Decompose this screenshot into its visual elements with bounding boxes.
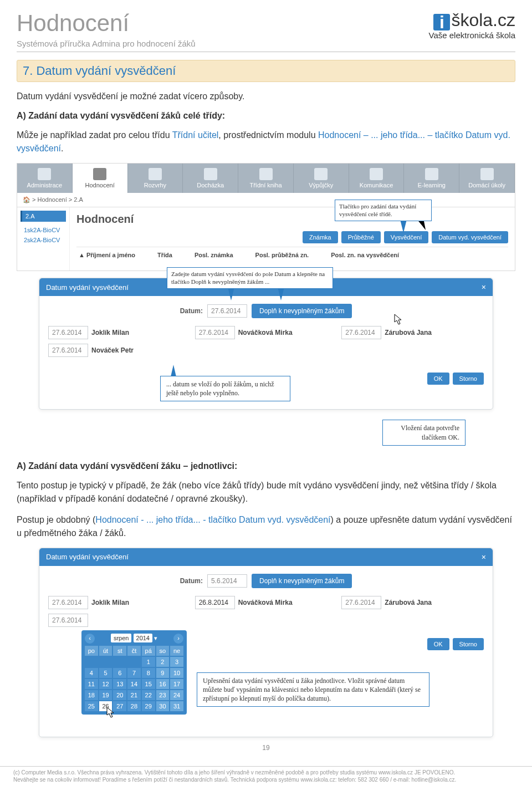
table-row: 27.6.2014Nováček Petr [48, 344, 191, 357]
cal-day [127, 657, 141, 667]
cal-day[interactable]: 29 [142, 701, 155, 711]
cal-day[interactable]: 22 [142, 690, 155, 700]
btn-storno[interactable]: Storno [453, 638, 484, 650]
input-student-date[interactable]: 27.6.2014 [341, 596, 381, 609]
input-student-date[interactable]: 26.8.2014 [195, 596, 235, 609]
btn-ok[interactable]: OK [427, 638, 449, 650]
input-student-date[interactable]: 27.6.2014 [341, 326, 381, 339]
cal-prev-icon[interactable]: ‹ [85, 634, 95, 644]
sidebar-item-group1[interactable]: 1sk2A-BioCV [21, 225, 66, 235]
loans-icon [314, 168, 328, 180]
col-last-report: Posl. zn. na vysvědčení [331, 252, 399, 258]
cal-day[interactable]: 12 [99, 679, 112, 689]
btn-storno[interactable]: Storno [453, 373, 484, 385]
cal-day[interactable]: 17 [170, 679, 183, 689]
cal-day[interactable]: 20 [113, 690, 126, 700]
cal-day[interactable]: 11 [85, 679, 98, 689]
sidebar: 2.A 1sk2A-BioCV 2sk2A-BioCV [17, 207, 70, 271]
tab-domaci-ukoly[interactable]: Domácí úkoly [459, 164, 515, 193]
cal-day[interactable]: 7 [127, 668, 141, 678]
tab-tridni-kniha[interactable]: Třídní kniha [238, 164, 294, 193]
callout-button-hint: Tlačítko pro zadání data vydání vysvědče… [335, 200, 432, 221]
tab-rozvrhy[interactable]: Rozvrhy [128, 164, 183, 193]
close-icon[interactable]: × [482, 553, 486, 562]
modal-date-issue-single: Datum vydání vysvědčení × Datum: 5.6.201… [39, 548, 493, 737]
col-name[interactable]: ▲ Příjmení a jméno [79, 252, 135, 258]
input-datum[interactable]: 5.6.2014 [207, 574, 247, 588]
cal-day[interactable]: 2 [156, 657, 170, 667]
sidebar-item-class[interactable]: 2.A [21, 211, 66, 222]
para-a1: Může je například zadat pro celou třídu … [17, 129, 515, 155]
cal-day[interactable]: 31 [170, 701, 183, 711]
input-student-date[interactable]: 27.6.2014 [48, 596, 88, 609]
tab-komunikace[interactable]: Komunikace [349, 164, 405, 193]
cal-day[interactable]: 23 [156, 690, 170, 700]
tab-dochazka[interactable]: Docházka [183, 164, 238, 193]
attendance-icon [204, 168, 217, 180]
cal-day[interactable]: 30 [156, 701, 170, 711]
cal-day[interactable]: 9 [156, 668, 170, 678]
arrow-icon [278, 287, 284, 300]
screenshot-app: Administrace Hodnocení Rozvrhy Docházka … [17, 163, 515, 271]
cal-day[interactable]: 19 [99, 690, 112, 700]
input-student-date[interactable]: 27.6.2014 [48, 614, 88, 627]
cal-day[interactable]: 25 [85, 701, 98, 711]
cal-day[interactable]: 16 [156, 679, 170, 689]
cal-day[interactable]: 3 [170, 657, 183, 667]
btn-datum-vyd[interactable]: Datum vyd. vysvědčení [432, 231, 508, 243]
cal-day[interactable]: 13 [113, 679, 126, 689]
calendar[interactable]: ‹ srpen 2014 ▾ › poútstčtpásone123456789… [81, 630, 187, 715]
label-datum: Datum: [180, 307, 203, 315]
btn-fill-empty[interactable]: Doplň k nevyplněným žákům [252, 304, 352, 318]
cal-day[interactable]: 1 [142, 657, 155, 667]
page-number: 19 [0, 741, 532, 755]
cal-next-icon[interactable]: › [173, 634, 183, 644]
para-a2: Tento postup je typický v případě, že žá… [17, 479, 515, 506]
breadcrumb[interactable]: 🏠 > Hodnocení > 2.A [17, 193, 515, 207]
cal-day[interactable]: 5 [99, 668, 112, 678]
cal-day[interactable]: 18 [85, 690, 98, 700]
table-header: ▲ Příjmení a jméno Třída Posl. známka Po… [76, 247, 508, 263]
cal-day[interactable]: 4 [85, 668, 98, 678]
doc-subtitle: Systémová příručka Admina pro hodnocení … [17, 39, 196, 48]
classbook-icon [259, 168, 273, 180]
cursor-icon [106, 707, 116, 719]
cal-month[interactable]: srpen [111, 634, 132, 642]
sidebar-item-group2[interactable]: 2sk2A-BioCV [21, 235, 66, 245]
cal-day[interactable]: 10 [170, 668, 183, 678]
table-row: 26.8.2014Nováčková Mirka [195, 596, 337, 609]
student-name: Nováčková Mirka [238, 599, 293, 606]
input-student-date[interactable]: 27.6.2014 [195, 326, 235, 339]
input-datum[interactable]: 27.6.2014 [207, 304, 247, 318]
input-student-date[interactable]: 27.6.2014 [48, 344, 88, 357]
comm-icon [370, 168, 383, 180]
tab-hodnoceni[interactable]: Hodnocení [73, 164, 128, 193]
close-icon[interactable]: × [482, 283, 486, 292]
student-name: Zárubová Jana [385, 329, 432, 336]
tab-administrace[interactable]: Administrace [17, 164, 73, 193]
tab-vypujcky[interactable]: Výpůjčky [294, 164, 349, 193]
btn-prubezne[interactable]: Průběžné [341, 231, 381, 243]
col-last-grade: Posl. známka [195, 252, 233, 258]
btn-fill-empty[interactable]: Doplň k nevyplněným žákům [252, 574, 352, 588]
input-student-date[interactable]: 27.6.2014 [48, 326, 88, 339]
cal-day[interactable]: 8 [142, 668, 155, 678]
cal-day[interactable]: 6 [113, 668, 126, 678]
col-last-cont: Posl. průběžná zn. [255, 252, 309, 258]
student-name: Nováčková Mirka [238, 329, 293, 336]
tab-elearning[interactable]: E-learning [404, 164, 459, 193]
btn-znamka[interactable]: Známka [303, 231, 338, 243]
cal-day[interactable]: 14 [127, 679, 141, 689]
subheading-a2: A) Zadání data vydání vysvědčení žáku – … [17, 461, 515, 471]
subheading-a1: A) Zadání data vydání vysvědčení žáků ce… [17, 111, 515, 121]
btn-ok[interactable]: OK [427, 373, 449, 385]
cal-day[interactable]: 21 [127, 690, 141, 700]
cal-day[interactable]: 24 [170, 690, 183, 700]
btn-vysvedceni[interactable]: Vysvědčení [384, 231, 428, 243]
callout-confirm-ok: Vložení data potvrďte tlačítkem OK. [382, 420, 466, 445]
cal-day[interactable]: 28 [127, 701, 141, 711]
cal-year[interactable]: 2014 [134, 634, 152, 642]
cal-day[interactable]: 15 [142, 679, 155, 689]
admin-icon [38, 168, 51, 180]
modal-title: Datum vydání vysvědčení [46, 553, 129, 561]
